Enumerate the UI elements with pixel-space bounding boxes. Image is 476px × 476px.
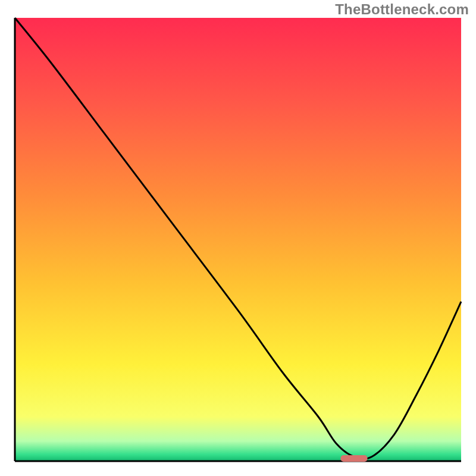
gradient-background (15, 18, 461, 461)
watermark-text: TheBottleneck.com (335, 1, 469, 18)
bottleneck-chart (0, 0, 476, 476)
chart-frame: TheBottleneck.com (0, 0, 476, 476)
optimum-marker (341, 455, 368, 462)
